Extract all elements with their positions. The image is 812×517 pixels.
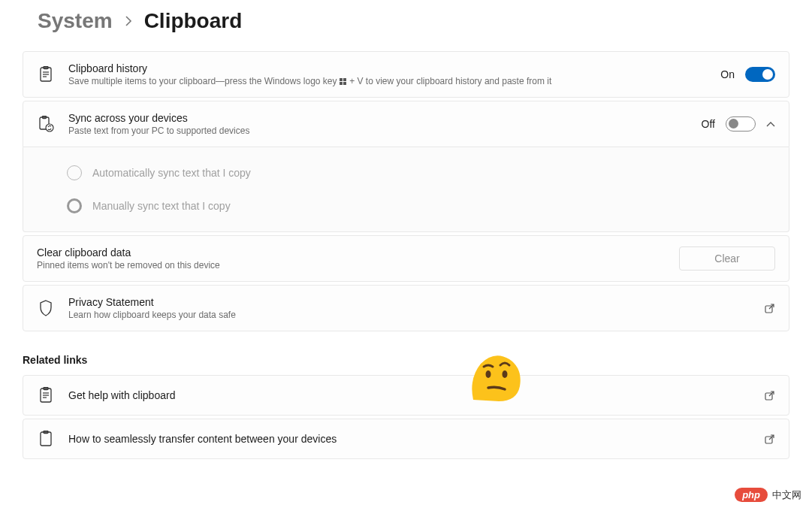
watermark-brand: php (735, 488, 768, 502)
clipboard-history-toggle[interactable] (745, 67, 775, 82)
related-links-heading: Related links (23, 334, 789, 375)
chevron-right-icon (125, 16, 132, 26)
breadcrumb-parent[interactable]: System (38, 9, 113, 33)
svg-rect-19 (41, 432, 51, 446)
card-desc: Paste text from your PC to supported dev… (68, 125, 688, 136)
radio-label: Manually sync text that I copy (92, 200, 231, 212)
radio-icon (67, 198, 82, 213)
svg-point-11 (46, 124, 53, 132)
breadcrumb: System Clipboard (23, 0, 789, 51)
card-seamless-transfer[interactable]: How to seamlessly transfer content betwe… (23, 419, 789, 459)
card-title: Sync across your devices (68, 112, 688, 124)
sync-options-panel: Automatically sync text that I copy Manu… (23, 147, 789, 232)
external-link-icon (763, 389, 775, 401)
card-title: Clipboard history (68, 62, 707, 74)
card-clipboard-history: Clipboard history Save multiple items to… (23, 51, 789, 98)
radio-manual-sync[interactable]: Manually sync text that I copy (67, 189, 775, 222)
card-title: Clear clipboard data (37, 246, 666, 258)
external-link-icon (763, 302, 775, 314)
radio-auto-sync[interactable]: Automatically sync text that I copy (67, 156, 775, 189)
toggle-state-label: On (720, 68, 735, 80)
card-desc: Pinned items won't be removed on this de… (37, 260, 666, 271)
toggle-state-label: Off (702, 118, 715, 130)
clipboard-list-icon (37, 65, 55, 83)
card-title: Get help with clipboard (68, 389, 750, 401)
shield-icon (37, 299, 55, 317)
card-title: How to seamlessly transfer content betwe… (68, 433, 750, 445)
breadcrumb-current: Clipboard (144, 9, 243, 33)
svg-rect-7 (340, 82, 343, 85)
card-get-help[interactable]: Get help with clipboard (23, 375, 789, 416)
chevron-up-icon[interactable] (766, 121, 775, 127)
clipboard-sync-icon (37, 115, 55, 133)
radio-label: Automatically sync text that I copy (92, 167, 251, 179)
svg-rect-8 (343, 82, 346, 85)
card-clear-data: Clear clipboard data Pinned items won't … (23, 235, 789, 282)
card-sync-devices[interactable]: Sync across your devices Paste text from… (23, 101, 789, 147)
clipboard-icon (37, 430, 55, 448)
clear-button[interactable]: Clear (679, 246, 775, 271)
card-desc: Save multiple items to your clipboard—pr… (68, 76, 707, 86)
windows-logo-icon (340, 78, 347, 86)
svg-rect-6 (343, 78, 346, 81)
sync-toggle[interactable] (726, 116, 756, 132)
svg-rect-5 (340, 78, 343, 81)
card-desc: Learn how clipboard keeps your data safe (68, 310, 750, 320)
clipboard-list-icon (37, 386, 55, 404)
card-title: Privacy Statement (68, 296, 750, 308)
watermark-site: 中文网 (772, 488, 801, 502)
card-privacy-statement[interactable]: Privacy Statement Learn how clipboard ke… (23, 285, 789, 331)
radio-icon (67, 165, 82, 180)
external-link-icon (763, 433, 775, 445)
watermark: php 中文网 (735, 488, 801, 502)
